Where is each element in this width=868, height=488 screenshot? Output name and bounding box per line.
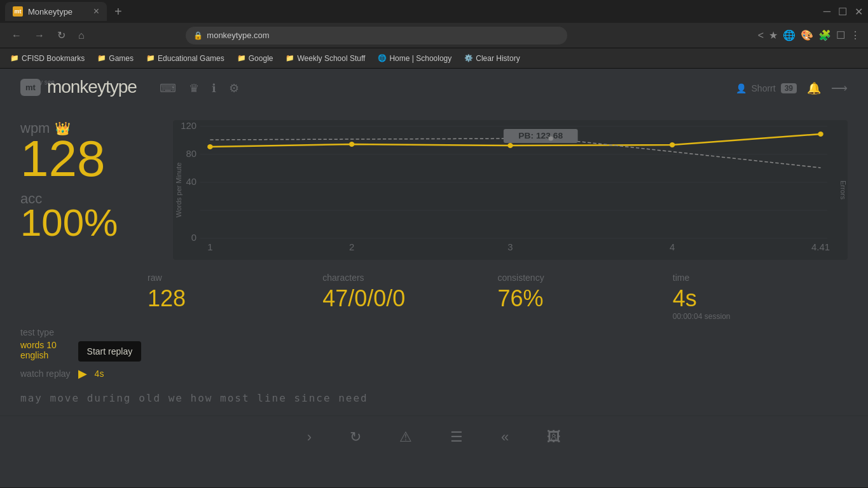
stat-consistency-label: consistency <box>498 273 673 283</box>
browser-chrome: mt Monkeytype × + ─ ☐ ✕ ← → ↻ ⌂ 🔒 monkey… <box>0 0 868 69</box>
bookmark-label: Home | Schoology <box>389 54 451 63</box>
svg-text:0: 0 <box>191 233 196 243</box>
logo-box: mt <box>20 79 41 96</box>
svg-point-18 <box>349 142 354 147</box>
svg-point-20 <box>670 142 675 147</box>
svg-point-24 <box>548 137 553 141</box>
menu-icon[interactable]: ⋮ <box>850 29 860 41</box>
bookmark-educational-games[interactable]: 📁 Educational Games <box>141 52 230 65</box>
replay-play-button[interactable]: ▶ <box>78 367 87 381</box>
bookmark-games[interactable]: 📁 Games <box>92 52 139 65</box>
tab-title: Monkeytype <box>28 7 72 17</box>
bookmark-cfisd[interactable]: 📁 CFISD Bookmarks <box>5 52 90 65</box>
svg-text:PB: 123.68: PB: 123.68 <box>518 131 563 140</box>
settings-icon[interactable]: ⚙ <box>229 81 239 95</box>
bookmark-label: Games <box>109 54 134 63</box>
logo[interactable]: monkey see mt monkeytype <box>20 79 137 97</box>
gear-icon: ⚙️ <box>464 54 473 62</box>
folder-icon: 📁 <box>10 54 19 62</box>
svg-point-19 <box>507 143 513 148</box>
bookmark-label: Clear History <box>476 54 520 63</box>
replay-btn-container: Start replay ▶ <box>78 367 87 381</box>
results-area: wpm 👑 128 acc 100% 120 80 40 <box>0 107 868 266</box>
bookmark-label: Educational Games <box>158 54 224 63</box>
bookmarks-bar: 📁 CFISD Bookmarks 📁 Games 📁 Educational … <box>0 48 868 69</box>
replay-tooltip: Start replay <box>78 341 142 362</box>
close-button[interactable]: ✕ <box>855 6 863 18</box>
image-icon[interactable]: 🖼 <box>547 429 561 445</box>
bookmark-weekly-school[interactable]: 📁 Weekly School Stuff <box>280 52 370 65</box>
info-icon[interactable]: ℹ <box>212 81 216 95</box>
app-container: monkey see mt monkeytype ⌨ ♛ ℹ ⚙ 👤 Shorr… <box>0 69 868 487</box>
stat-raw: raw 128 <box>148 273 322 321</box>
folder-icon: 📁 <box>97 54 106 62</box>
chrome-icon: 🌐 <box>783 29 796 41</box>
user-badge: 39 <box>781 83 797 93</box>
bookmark-label: Google <box>249 54 273 63</box>
stat-consistency-value: 76% <box>498 285 673 312</box>
svg-text:80: 80 <box>186 149 197 159</box>
chart-svg: 120 80 40 0 Words per Minute Errors 1 2 … <box>173 120 848 260</box>
bookmark-schoology[interactable]: 🌐 Home | Schoology <box>373 52 457 65</box>
new-tab-button[interactable]: + <box>114 4 122 19</box>
stat-characters-label: characters <box>322 273 497 283</box>
nav-icons: ⌨ ♛ ℹ ⚙ <box>160 81 239 95</box>
svg-text:Words per Minute: Words per Minute <box>174 163 182 218</box>
chart-container: 120 80 40 0 Words per Minute Errors 1 2 … <box>173 120 848 260</box>
replay-section: watch replay Start replay ▶ 4s <box>0 360 868 387</box>
stat-time: time 4s 00:00:04 session <box>673 273 848 321</box>
address-bar[interactable]: 🔒 monkeytype.com <box>186 27 567 44</box>
maximize-button[interactable]: ☐ <box>838 6 847 18</box>
retry-icon[interactable]: ↻ <box>350 429 361 445</box>
home-button[interactable]: ⌂ <box>74 27 88 44</box>
user-avatar-icon: 👤 <box>736 83 747 93</box>
back-button[interactable]: ← <box>8 27 25 44</box>
left-stats: wpm 👑 128 acc 100% <box>20 120 148 260</box>
browser-controls: ← → ↻ ⌂ 🔒 monkeytype.com < ★ 🌐 🎨 🧩 ☐ ⋮ <box>0 23 868 48</box>
svg-text:40: 40 <box>186 177 197 187</box>
tab-favicon: mt <box>13 6 23 17</box>
bookmark-icon[interactable]: ★ <box>769 29 778 41</box>
crown-icon[interactable]: ♛ <box>189 81 199 95</box>
nav-right: 👤 Shorrt 39 🔔 ⟶ <box>736 81 848 95</box>
acc-value: 100% <box>20 204 148 242</box>
bookmark-label: CFISD Bookmarks <box>22 54 85 63</box>
stat-time-label: time <box>673 273 848 283</box>
logout-icon[interactable]: ⟶ <box>831 81 848 95</box>
warning-icon[interactable]: ⚠ <box>399 429 412 445</box>
bookmark-google[interactable]: 📁 Google <box>232 52 279 65</box>
replay-time: 4s <box>95 369 104 379</box>
next-icon[interactable]: › <box>307 429 312 445</box>
minimize-button[interactable]: ─ <box>823 6 830 18</box>
browser-actions: < ★ 🌐 🎨 🧩 ☐ ⋮ <box>758 29 860 41</box>
bookmark-label: Weekly School Stuff <box>297 54 365 63</box>
lock-icon: 🔒 <box>193 31 203 40</box>
forward-button[interactable]: → <box>31 27 48 44</box>
globe-icon: 🌐 <box>378 54 387 62</box>
share-icon[interactable]: < <box>758 30 764 41</box>
split-view-icon[interactable]: ☐ <box>836 29 845 41</box>
list-icon[interactable]: ☰ <box>450 429 463 445</box>
stat-consistency: consistency 76% <box>498 273 673 321</box>
user-info: 👤 Shorrt 39 <box>736 83 797 93</box>
extensions-icon[interactable]: 🧩 <box>818 29 831 41</box>
rewind-icon[interactable]: « <box>501 429 509 445</box>
stat-characters: characters 47/0/0/0 <box>322 273 497 321</box>
browser-titlebar: mt Monkeytype × + ─ ☐ ✕ <box>0 0 868 23</box>
test-type-line1: words 10 english <box>20 340 848 360</box>
bottom-toolbar: › ↻ ⚠ ☰ « 🖼 <box>0 416 868 458</box>
stat-time-value: 4s <box>673 285 848 312</box>
bookmark-clear-history[interactable]: ⚙️ Clear History <box>459 52 525 65</box>
notification-icon[interactable]: 🔔 <box>807 81 821 95</box>
keyboard-icon[interactable]: ⌨ <box>160 81 176 95</box>
tab-close-button[interactable]: × <box>93 6 99 17</box>
words-line: may move during old we how most line sin… <box>0 387 868 409</box>
reload-button[interactable]: ↻ <box>53 27 69 44</box>
svg-point-21 <box>818 132 823 137</box>
browser-tab[interactable]: mt Monkeytype × <box>5 2 107 21</box>
svg-text:120: 120 <box>181 121 196 131</box>
svg-text:3: 3 <box>507 242 513 252</box>
svg-text:4: 4 <box>670 242 675 252</box>
svg-text:2: 2 <box>349 242 354 252</box>
url-display: monkeytype.com <box>207 30 269 40</box>
